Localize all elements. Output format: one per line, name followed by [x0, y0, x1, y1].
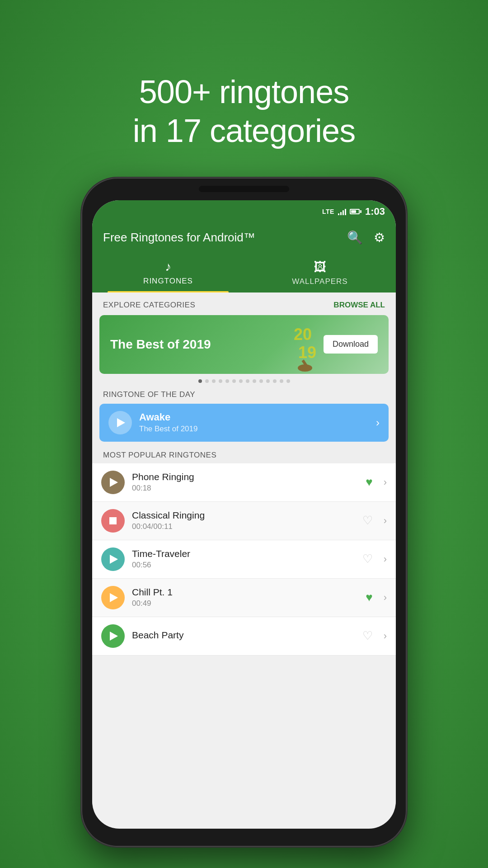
lte-indicator: LTE [322, 208, 334, 215]
most-popular-section: MOST POPULAR RINGTONES Phone Ringing 00:… [92, 442, 396, 656]
like-icon-1[interactable]: ♥ [366, 475, 372, 489]
like-icon-5[interactable]: ♡ [362, 629, 373, 643]
list-item[interactable]: Chill Pt. 1 00:49 ♥ › [92, 579, 396, 617]
phone-shell: LTE 1:03 Free Ringtones for Android™ 🔍 [81, 178, 407, 847]
like-icon-4[interactable]: ♥ [366, 590, 372, 604]
explore-title: EXPLORE CATEGORIES [103, 301, 195, 310]
headline: 500+ ringtones in 17 categories [133, 36, 355, 151]
item-chevron-4: › [384, 592, 387, 604]
phone-camera-bar [199, 186, 289, 192]
tab-wallpapers-label: WALLPAPERS [292, 277, 347, 286]
tab-underline [108, 291, 229, 292]
main-content: EXPLORE CATEGORIES BROWSE ALL The Best o… [92, 292, 396, 656]
tab-bar: ♪ RINGTONES 🖼 WALLPAPERS [92, 252, 396, 292]
ringtone-day-name: Awake [139, 411, 369, 423]
dot-1 [198, 379, 202, 383]
item-name-4: Chill Pt. 1 [132, 587, 358, 598]
popular-title: MOST POPULAR RINGTONES [103, 451, 216, 459]
play-triangle-icon [117, 418, 125, 427]
item-play-button-1[interactable] [101, 471, 125, 494]
search-icon[interactable]: 🔍 [347, 230, 363, 245]
banner-text: The Best of 2019 [110, 336, 324, 353]
item-name-3: Time-Traveler [132, 548, 355, 559]
app-title: Free Ringtones for Android™ [103, 231, 255, 245]
item-duration-1: 00:18 [132, 484, 358, 493]
settings-icon[interactable]: ⚙ [374, 230, 385, 245]
ringtones-icon: ♪ [165, 259, 171, 274]
popular-section-header: MOST POPULAR RINGTONES [92, 442, 396, 463]
item-info-1: Phone Ringing 00:18 [132, 472, 358, 493]
item-info-4: Chill Pt. 1 00:49 [132, 587, 358, 608]
tab-ringtones[interactable]: ♪ RINGTONES [92, 252, 244, 292]
ringtone-day-chevron: › [376, 416, 380, 429]
ringtone-day-header: RINGTONE OF THE DAY [92, 388, 396, 404]
play-icon-1 [110, 478, 118, 487]
list-item[interactable]: Beach Party ♡ › [92, 617, 396, 656]
ringtone-of-day-item[interactable]: Awake The Best of 2019 › [99, 404, 389, 442]
dot-4 [219, 379, 222, 383]
list-item[interactable]: Time-Traveler 00:56 ♡ › [92, 540, 396, 579]
item-play-button-4[interactable] [101, 586, 125, 609]
dot-12 [273, 379, 277, 383]
item-chevron-5: › [384, 630, 387, 642]
wallpapers-icon: 🖼 [314, 259, 326, 274]
dot-5 [225, 379, 229, 383]
play-icon-5 [110, 632, 118, 641]
play-icon-3 [110, 555, 118, 564]
phone-mockup: LTE 1:03 Free Ringtones for Android™ 🔍 [81, 178, 407, 847]
item-info-3: Time-Traveler 00:56 [132, 548, 355, 570]
browse-all-button[interactable]: BROWSE ALL [333, 301, 385, 310]
item-chevron-1: › [384, 476, 387, 488]
dot-8 [246, 379, 249, 383]
ringtone-day-subtitle: The Best of 2019 [139, 425, 369, 434]
dot-9 [253, 379, 256, 383]
dot-7 [239, 379, 243, 383]
dot-14 [286, 379, 290, 383]
battery-icon [350, 209, 361, 214]
phone-screen: LTE 1:03 Free Ringtones for Android™ 🔍 [92, 200, 396, 829]
play-icon-4 [110, 593, 118, 602]
item-name-1: Phone Ringing [132, 472, 358, 482]
ringtone-day-info: Awake The Best of 2019 [139, 411, 369, 434]
download-button[interactable]: Download [324, 335, 378, 354]
dot-10 [259, 379, 263, 383]
item-info-2: Classical Ringing 00:04/00:11 [132, 510, 355, 531]
item-info-5: Beach Party [132, 630, 355, 642]
list-item[interactable]: Classical Ringing 00:04/00:11 ♡ › [92, 502, 396, 540]
dot-13 [280, 379, 283, 383]
list-item[interactable]: Phone Ringing 00:18 ♥ › [92, 463, 396, 502]
item-chevron-3: › [384, 553, 387, 565]
tab-ringtones-label: RINGTONES [143, 277, 193, 286]
banner-dots [92, 374, 396, 388]
app-header: Free Ringtones for Android™ 🔍 ⚙ [92, 223, 396, 252]
signal-icon [338, 208, 346, 215]
svg-text:20: 20 [294, 325, 312, 344]
stop-icon-2 [109, 517, 117, 524]
svg-text:19: 19 [298, 343, 316, 362]
ringtone-of-day-section: RINGTONE OF THE DAY Awake The Best of 20… [92, 388, 396, 442]
dot-2 [205, 379, 209, 383]
item-duration-3: 00:56 [132, 561, 355, 570]
item-duration-2: 00:04/00:11 [132, 522, 355, 531]
headline-line2: in 17 categories [133, 111, 355, 150]
dot-11 [266, 379, 270, 383]
explore-section-header: EXPLORE CATEGORIES BROWSE ALL [92, 292, 396, 315]
item-play-button-2[interactable] [101, 509, 125, 533]
item-name-2: Classical Ringing [132, 510, 355, 521]
like-icon-2[interactable]: ♡ [362, 514, 373, 528]
ringtone-day-play-button[interactable] [108, 411, 132, 434]
item-play-button-5[interactable] [101, 624, 125, 648]
item-play-button-3[interactable] [101, 547, 125, 571]
svg-point-3 [298, 364, 312, 372]
headline-line1: 500+ ringtones [133, 72, 355, 111]
promo-banner[interactable]: The Best of 2019 20 19 Download [99, 315, 389, 374]
item-duration-4: 00:49 [132, 599, 358, 608]
dot-3 [212, 379, 216, 383]
item-chevron-2: › [384, 515, 387, 527]
tab-wallpapers[interactable]: 🖼 WALLPAPERS [244, 252, 396, 292]
ringtone-day-title: RINGTONE OF THE DAY [103, 390, 195, 399]
item-name-5: Beach Party [132, 630, 355, 641]
clock: 1:03 [365, 206, 385, 217]
dot-6 [232, 379, 236, 383]
like-icon-3[interactable]: ♡ [362, 552, 373, 566]
